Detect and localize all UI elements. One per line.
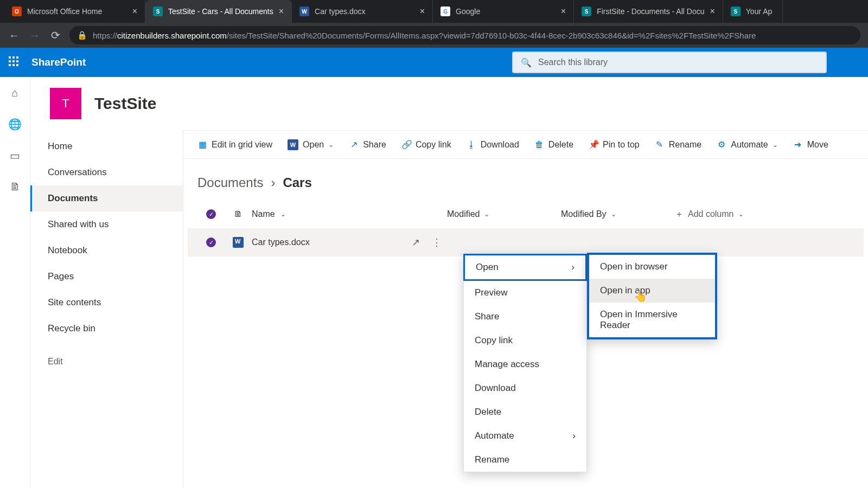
tab-title: Microsoft Office Home xyxy=(27,7,127,16)
column-name[interactable]: Name⌄ xyxy=(252,209,447,219)
menu-item-manage-access[interactable]: Manage access xyxy=(464,352,586,376)
news-icon[interactable]: ▭ xyxy=(10,149,20,162)
word-icon: W xyxy=(288,139,298,150)
file-name[interactable]: Car types.docx xyxy=(252,237,310,247)
menu-item-open[interactable]: Open› xyxy=(463,254,587,281)
plus-icon: ＋ xyxy=(675,209,684,220)
globe-icon[interactable]: 🌐 xyxy=(8,118,22,131)
menu-item-automate[interactable]: Automate› xyxy=(464,424,586,448)
breadcrumb-root[interactable]: Documents xyxy=(197,175,263,190)
menu-item-delete[interactable]: Delete xyxy=(464,400,586,424)
cmd-automate[interactable]: ⚙Automate⌄ xyxy=(717,139,777,150)
close-icon[interactable]: × xyxy=(710,7,714,16)
chevron-right-icon: › xyxy=(271,175,275,190)
cmd-rename[interactable]: ✎Rename xyxy=(655,139,701,150)
check-icon: ✓ xyxy=(206,237,216,247)
close-icon[interactable]: × xyxy=(279,7,284,16)
column-modified[interactable]: Modified⌄ xyxy=(447,209,561,219)
nav-edit-link[interactable]: Edit xyxy=(30,342,183,382)
cmd-open[interactable]: WOpen⌄ xyxy=(288,139,334,150)
breadcrumb: Documents › Cars xyxy=(183,159,868,200)
brand-label[interactable]: SharePoint xyxy=(31,56,86,68)
add-column[interactable]: ＋Add column⌄ xyxy=(675,209,773,220)
row-select[interactable]: ✓ xyxy=(197,237,225,247)
word-icon xyxy=(233,237,244,248)
menu-item-share[interactable]: Share xyxy=(464,305,586,329)
cmd-move[interactable]: ➔Move xyxy=(793,139,828,150)
browser-tab[interactable]: W Car types.docx × xyxy=(292,0,433,23)
nav-item-conversations[interactable]: Conversations xyxy=(30,159,183,185)
column-modified-by[interactable]: Modified By⌄ xyxy=(561,209,675,219)
back-button[interactable]: ← xyxy=(8,29,21,42)
submenu-open-browser[interactable]: Open in browser xyxy=(589,255,715,279)
close-icon[interactable]: × xyxy=(132,7,137,16)
flow-icon: ⚙ xyxy=(717,139,726,150)
menu-item-preview[interactable]: Preview xyxy=(464,281,586,305)
cmd-edit-grid[interactable]: ▦Edit in grid view xyxy=(197,139,272,150)
menu-item-copy-link[interactable]: Copy link xyxy=(464,329,586,352)
browser-tab[interactable]: G Google × xyxy=(433,0,574,23)
app-launcher-icon[interactable] xyxy=(9,56,21,68)
cmd-pin[interactable]: 📌Pin to top xyxy=(589,139,640,150)
file-icon: 🗎 xyxy=(234,209,242,219)
chevron-down-icon: ⌄ xyxy=(484,210,489,218)
chevron-down-icon: ⌄ xyxy=(738,210,744,218)
forward-button[interactable]: → xyxy=(28,29,41,42)
browser-tab[interactable]: S FirstSite - Documents - All Docu × xyxy=(574,0,723,23)
browser-tab[interactable]: O Microsoft Office Home × xyxy=(4,0,145,23)
chevron-down-icon: ⌄ xyxy=(773,141,778,149)
close-icon[interactable]: × xyxy=(561,7,566,16)
submenu-open-app[interactable]: Open in app xyxy=(589,279,715,303)
share-icon[interactable]: ↗ xyxy=(412,236,420,248)
nav-item-home[interactable]: Home xyxy=(30,133,183,159)
address-bar[interactable]: 🔒 https://citizenbuilders.sharepoint.com… xyxy=(69,26,860,44)
suite-header: SharePoint 🔍 Search this library xyxy=(0,48,868,77)
search-input[interactable]: 🔍 Search this library xyxy=(512,52,827,73)
files-icon[interactable]: 🗎 xyxy=(10,181,21,193)
share-icon: ↗ xyxy=(349,139,359,150)
chevron-down-icon: ⌄ xyxy=(611,210,616,218)
move-icon: ➔ xyxy=(793,139,803,150)
nav-item-recycle-bin[interactable]: Recycle bin xyxy=(30,316,183,342)
nav-item-shared[interactable]: Shared with us xyxy=(30,211,183,237)
cmd-share[interactable]: ↗Share xyxy=(349,139,386,150)
menu-item-download[interactable]: Download xyxy=(464,376,586,400)
search-placeholder: Search this library xyxy=(538,57,608,67)
close-icon[interactable]: × xyxy=(420,7,425,16)
site-header: T TestSite xyxy=(30,77,868,130)
cmd-download[interactable]: ⭳Download xyxy=(467,140,519,150)
nav-item-notebook[interactable]: Notebook xyxy=(30,237,183,264)
search-icon: 🔍 xyxy=(521,57,532,68)
browser-tab[interactable]: S Your Ap xyxy=(723,0,783,23)
nav-item-documents[interactable]: Documents xyxy=(30,185,183,211)
select-all[interactable]: ✓ xyxy=(197,209,225,219)
lock-icon: 🔒 xyxy=(77,30,87,40)
menu-item-rename[interactable]: Rename xyxy=(464,448,586,472)
tab-title: FirstSite - Documents - All Docu xyxy=(597,7,704,16)
sharepoint-icon: S xyxy=(582,7,591,16)
cmd-delete[interactable]: 🗑Delete xyxy=(534,140,573,150)
browser-tab[interactable]: S TestSite - Cars - All Documents × xyxy=(145,0,292,23)
sharepoint-icon: S xyxy=(153,7,163,16)
browser-tab-strip: O Microsoft Office Home × S TestSite - C… xyxy=(0,0,868,23)
chevron-down-icon: ⌄ xyxy=(328,141,334,149)
home-icon[interactable]: ⌂ xyxy=(11,87,18,99)
site-logo[interactable]: T xyxy=(50,88,81,119)
site-name[interactable]: TestSite xyxy=(94,94,156,113)
office-icon: O xyxy=(12,7,22,16)
tab-title: Google xyxy=(456,7,556,16)
reload-button[interactable]: ⟳ xyxy=(49,29,62,42)
submenu-open-immersive[interactable]: Open in Immersive Reader xyxy=(589,303,715,337)
pin-icon: 📌 xyxy=(589,139,598,150)
cmd-copy-link[interactable]: 🔗Copy link xyxy=(401,139,451,150)
google-icon: G xyxy=(441,7,450,16)
browser-toolbar: ← → ⟳ 🔒 https://citizenbuilders.sharepoi… xyxy=(0,23,868,48)
nav-item-pages[interactable]: Pages xyxy=(30,264,183,290)
open-submenu: Open in browser Open in app Open in Imme… xyxy=(587,253,717,339)
more-icon[interactable]: ⋮ xyxy=(432,236,442,248)
type-icon-header[interactable]: 🗎 xyxy=(225,209,252,219)
nav-item-site-contents[interactable]: Site contents xyxy=(30,290,183,316)
list-row[interactable]: ✓ Car types.docx ↗ ⋮ xyxy=(188,228,864,256)
sharepoint-icon: S xyxy=(731,7,741,16)
global-nav-rail: ⌂ 🌐 ▭ 🗎 xyxy=(0,77,30,488)
